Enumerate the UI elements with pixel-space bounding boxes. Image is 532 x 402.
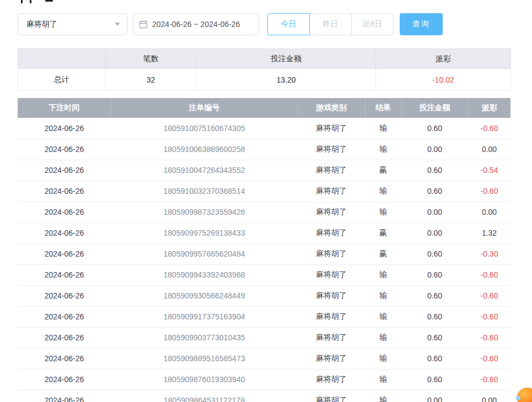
cell-bet: 0.60 bbox=[401, 327, 468, 348]
today-button[interactable]: 今日 bbox=[267, 13, 310, 35]
header-order-number: 注单编号 bbox=[111, 98, 298, 118]
summary-table: 笔数 投注金额 派彩 总计 32 13.20 -10.02 bbox=[18, 48, 511, 91]
summary-header-count: 笔数 bbox=[105, 49, 197, 69]
records-header-row: 下注时间 注单编号 游戏类别 结果 投注金额 派彩 bbox=[18, 98, 510, 118]
summary-total-row: 总计 32 13.20 -10.02 bbox=[18, 69, 511, 91]
cell-payout: 1.32 bbox=[468, 222, 510, 243]
cell-date: 2024-06-26 bbox=[18, 306, 111, 327]
cell-result: 输 bbox=[365, 264, 401, 285]
summary-count-value: 32 bbox=[105, 69, 197, 91]
cell-payout: -0.60 bbox=[468, 264, 510, 285]
yesterday-button[interactable]: 昨日 bbox=[309, 13, 352, 35]
table-row: 2024-06-261805910063869600258麻将胡了输0.000.… bbox=[18, 139, 510, 160]
table-row: 2024-06-261805909957665620484麻将胡了赢0.60-0… bbox=[18, 243, 510, 264]
cell-order-no: 1805909917375163904 bbox=[111, 306, 298, 327]
summary-header-row: 笔数 投注金额 派彩 bbox=[18, 49, 511, 69]
table-row: 2024-06-261805909903773010435麻将胡了输0.60-0… bbox=[18, 327, 510, 348]
table-row: 2024-06-261805910047264343552麻将胡了赢0.60-0… bbox=[18, 160, 510, 181]
cell-game: 麻将胡了 bbox=[298, 369, 365, 390]
cell-game: 麻将胡了 bbox=[298, 306, 365, 327]
cell-bet: 0.60 bbox=[401, 243, 468, 264]
cell-order-no: 1805909889516585473 bbox=[111, 348, 298, 369]
cell-date: 2024-06-26 bbox=[18, 139, 111, 160]
cell-date: 2024-06-26 bbox=[18, 369, 111, 390]
cell-result: 输 bbox=[365, 390, 401, 402]
cell-payout: 0.00 bbox=[468, 390, 510, 402]
table-row: 2024-06-261805909889516585473麻将胡了输0.60-0… bbox=[18, 348, 510, 369]
cell-game: 麻将胡了 bbox=[298, 327, 365, 348]
cell-date: 2024-06-26 bbox=[18, 181, 111, 202]
cell-payout: 0.00 bbox=[468, 139, 510, 160]
records-table: 下注时间 注单编号 游戏类别 结果 投注金额 派彩 2024-06-261805… bbox=[18, 98, 510, 402]
game-select-value: 麻将胡了 bbox=[26, 19, 57, 29]
header-game-category: 游戏类别 bbox=[298, 98, 365, 118]
cell-bet: 0.00 bbox=[401, 202, 468, 222]
cell-payout: -0.30 bbox=[468, 243, 510, 264]
last-8-days-button[interactable]: 近8日 bbox=[351, 13, 394, 35]
table-row: 2024-06-261805909864531122178麻将胡了输0.000.… bbox=[18, 390, 510, 402]
table-row: 2024-06-261805910075160674305麻将胡了输0.60-0… bbox=[18, 118, 510, 139]
cell-result: 输 bbox=[365, 285, 401, 306]
cell-date: 2024-06-26 bbox=[18, 285, 111, 306]
summary-header-payout: 派彩 bbox=[376, 49, 511, 69]
header-result: 结果 bbox=[365, 98, 401, 118]
cell-bet: 0.00 bbox=[401, 139, 468, 160]
cell-game: 麻将胡了 bbox=[298, 348, 365, 369]
game-select[interactable]: 麻将胡了 bbox=[18, 13, 127, 35]
cell-result: 赢 bbox=[365, 222, 401, 243]
cell-date: 2024-06-26 bbox=[18, 222, 111, 243]
cell-order-no: 1805910032370368514 bbox=[111, 181, 298, 202]
cell-result: 输 bbox=[365, 139, 401, 160]
cell-payout: -0.60 bbox=[468, 118, 510, 139]
cell-game: 麻将胡了 bbox=[298, 285, 365, 306]
quick-range-button-group: 今日 昨日 近8日 bbox=[267, 13, 394, 35]
cell-bet: 0.60 bbox=[401, 264, 468, 285]
cell-bet: 0.00 bbox=[401, 222, 468, 243]
cell-game: 麻将胡了 bbox=[298, 243, 365, 264]
cell-result: 输 bbox=[365, 348, 401, 369]
bet-records-page: 麻将胡了 2024-06-26 ~ 2024-06-26 今日 昨日 近8日 查… bbox=[0, 0, 532, 402]
date-range-picker[interactable]: 2024-06-26 ~ 2024-06-26 bbox=[133, 13, 259, 35]
summary-total-label: 总计 bbox=[18, 69, 105, 91]
table-row: 2024-06-261805909987323559426麻将胡了输0.000.… bbox=[18, 202, 510, 222]
cell-payout: -0.60 bbox=[468, 348, 510, 369]
cell-order-no: 1805909903773010435 bbox=[111, 327, 298, 348]
cell-game: 麻将胡了 bbox=[298, 118, 365, 139]
cell-result: 赢 bbox=[365, 243, 401, 264]
cell-order-no: 1805909864531122178 bbox=[111, 390, 298, 402]
cell-result: 输 bbox=[365, 369, 401, 390]
cell-bet: 0.60 bbox=[401, 285, 468, 306]
cell-result: 输 bbox=[365, 306, 401, 327]
cell-date: 2024-06-26 bbox=[18, 160, 111, 181]
cell-result: 输 bbox=[365, 181, 401, 202]
query-button[interactable]: 查询 bbox=[400, 13, 443, 35]
cell-bet: 0.60 bbox=[401, 306, 468, 327]
cell-game: 麻将胡了 bbox=[298, 181, 365, 202]
cell-bet: 0.60 bbox=[401, 160, 468, 181]
cell-result: 输 bbox=[365, 202, 401, 222]
cell-game: 麻将胡了 bbox=[298, 390, 365, 402]
cell-bet: 0.60 bbox=[401, 369, 468, 390]
cell-payout: 0.00 bbox=[468, 202, 510, 222]
clipped-top-element bbox=[20, 0, 64, 4]
summary-payout-value: -10.02 bbox=[376, 69, 511, 91]
cell-game: 麻将胡了 bbox=[298, 264, 365, 285]
table-row: 2024-06-261805910032370368514麻将胡了输0.60-0… bbox=[18, 181, 510, 202]
table-row: 2024-06-261805909876019303940麻将胡了输0.60-0… bbox=[18, 369, 510, 390]
cell-payout: -0.60 bbox=[468, 306, 510, 327]
cell-payout: -0.54 bbox=[468, 160, 510, 181]
filter-bar: 麻将胡了 2024-06-26 ~ 2024-06-26 今日 昨日 近8日 查… bbox=[18, 13, 443, 35]
cell-game: 麻将胡了 bbox=[298, 139, 365, 160]
cell-order-no: 1805910075160674305 bbox=[111, 118, 298, 139]
header-payout: 派彩 bbox=[468, 98, 510, 118]
cell-result: 输 bbox=[365, 327, 401, 348]
cell-result: 赢 bbox=[365, 160, 401, 181]
table-row: 2024-06-261805909943392403968麻将胡了输0.60-0… bbox=[18, 264, 510, 285]
summary-header-blank bbox=[18, 49, 105, 69]
summary-header-bet-amount: 投注金额 bbox=[197, 49, 376, 69]
cell-order-no: 1805909876019303940 bbox=[111, 369, 298, 390]
cell-order-no: 1805910047264343552 bbox=[111, 160, 298, 181]
floating-service-icon[interactable] bbox=[517, 388, 532, 402]
cell-game: 麻将胡了 bbox=[298, 222, 365, 243]
cell-date: 2024-06-26 bbox=[18, 390, 111, 402]
